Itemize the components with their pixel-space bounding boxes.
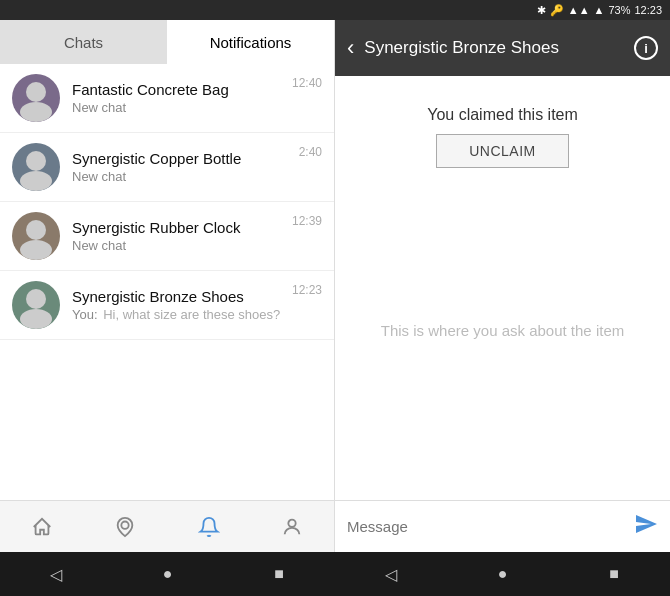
- nav-location[interactable]: [112, 514, 138, 540]
- chat-name-4: Synergistic Bronze Shoes: [72, 288, 284, 305]
- nav-profile[interactable]: [279, 514, 305, 540]
- chat-item-3[interactable]: Synergistic Rubber Clock New chat 12:39: [0, 202, 334, 271]
- svg-point-2: [26, 151, 46, 171]
- info-button[interactable]: i: [634, 36, 658, 60]
- svg-point-8: [122, 521, 129, 528]
- chat-name-1: Fantastic Concrete Bag: [72, 81, 284, 98]
- chat-info-1: Fantastic Concrete Bag New chat: [72, 81, 284, 115]
- message-input-bar: [335, 500, 670, 552]
- chat-sub-2: New chat: [72, 169, 291, 184]
- tab-notifications[interactable]: Notifications: [167, 20, 334, 64]
- android-back-left[interactable]: ◁: [44, 562, 68, 586]
- chat-list: Fantastic Concrete Bag New chat 12:40 Sy…: [0, 64, 334, 500]
- svg-point-3: [20, 171, 52, 191]
- chat-sub-1: New chat: [72, 100, 284, 115]
- chat-time-1: 12:40: [292, 76, 322, 90]
- battery-text: 73%: [608, 4, 630, 16]
- signal-icon: ▲▲: [568, 4, 590, 16]
- claimed-text: You claimed this item: [427, 106, 578, 124]
- chat-info-4: Synergistic Bronze Shoes You: Hi, what s…: [72, 288, 284, 322]
- right-android-nav: ◁ ● ■: [335, 552, 670, 596]
- placeholder-text: This is where you ask about the item: [381, 322, 624, 339]
- chat-body: You claimed this item UNCLAIM This is wh…: [335, 76, 670, 500]
- svg-point-4: [26, 220, 46, 240]
- chat-time-3: 12:39: [292, 214, 322, 228]
- chat-sub-4: You: Hi, what size are these shoes?: [72, 307, 284, 322]
- avatar-1: [12, 74, 60, 122]
- chat-time-2: 2:40: [299, 145, 322, 159]
- android-back-right[interactable]: ◁: [379, 562, 403, 586]
- svg-point-9: [289, 519, 296, 526]
- svg-point-7: [20, 309, 52, 329]
- chat-name-2: Synergistic Copper Bottle: [72, 150, 291, 167]
- bottom-nav: [0, 500, 334, 552]
- chat-header: ‹ Synergistic Bronze Shoes i: [335, 20, 670, 76]
- avatar-2: [12, 143, 60, 191]
- back-button[interactable]: ‹: [347, 37, 354, 59]
- chat-item-4[interactable]: Synergistic Bronze Shoes You: Hi, what s…: [0, 271, 334, 340]
- message-input[interactable]: [347, 518, 626, 535]
- status-bar: ✱ 🔑 ▲▲ ▲ 73% 12:23: [0, 0, 670, 20]
- left-android-nav: ◁ ● ■: [0, 552, 335, 596]
- tab-bar: Chats Notifications: [0, 20, 334, 64]
- avatar-4: [12, 281, 60, 329]
- claimed-banner: You claimed this item UNCLAIM: [351, 96, 654, 168]
- avatar-3: [12, 212, 60, 260]
- chat-info-3: Synergistic Rubber Clock New chat: [72, 219, 284, 253]
- tab-chats[interactable]: Chats: [0, 20, 167, 64]
- svg-point-5: [20, 240, 52, 260]
- svg-point-1: [20, 102, 52, 122]
- chat-name-3: Synergistic Rubber Clock: [72, 219, 284, 236]
- bluetooth-icon: ✱: [537, 4, 546, 17]
- svg-point-6: [26, 289, 46, 309]
- chat-sub-3: New chat: [72, 238, 284, 253]
- android-recent-right[interactable]: ■: [602, 562, 626, 586]
- unclaim-button[interactable]: UNCLAIM: [436, 134, 569, 168]
- time-text: 12:23: [634, 4, 662, 16]
- header-title: Synergistic Bronze Shoes: [364, 38, 624, 58]
- chat-item-2[interactable]: Synergistic Copper Bottle New chat 2:40: [0, 133, 334, 202]
- wifi-icon: ▲: [594, 4, 605, 16]
- main-area: Chats Notifications Fantastic Concrete B…: [0, 20, 670, 552]
- key-icon: 🔑: [550, 4, 564, 17]
- send-button[interactable]: [634, 512, 658, 542]
- chat-time-4: 12:23: [292, 283, 322, 297]
- android-home-left[interactable]: ●: [155, 562, 179, 586]
- android-recent-left[interactable]: ■: [267, 562, 291, 586]
- nav-bell[interactable]: [196, 514, 222, 540]
- right-panel: ‹ Synergistic Bronze Shoes i You claimed…: [335, 20, 670, 552]
- chat-info-2: Synergistic Copper Bottle New chat: [72, 150, 291, 184]
- android-nav-bar: ◁ ● ■ ◁ ● ■: [0, 552, 670, 596]
- android-home-right[interactable]: ●: [490, 562, 514, 586]
- nav-home[interactable]: [29, 514, 55, 540]
- chat-item-1[interactable]: Fantastic Concrete Bag New chat 12:40: [0, 64, 334, 133]
- left-panel: Chats Notifications Fantastic Concrete B…: [0, 20, 335, 552]
- svg-point-0: [26, 82, 46, 102]
